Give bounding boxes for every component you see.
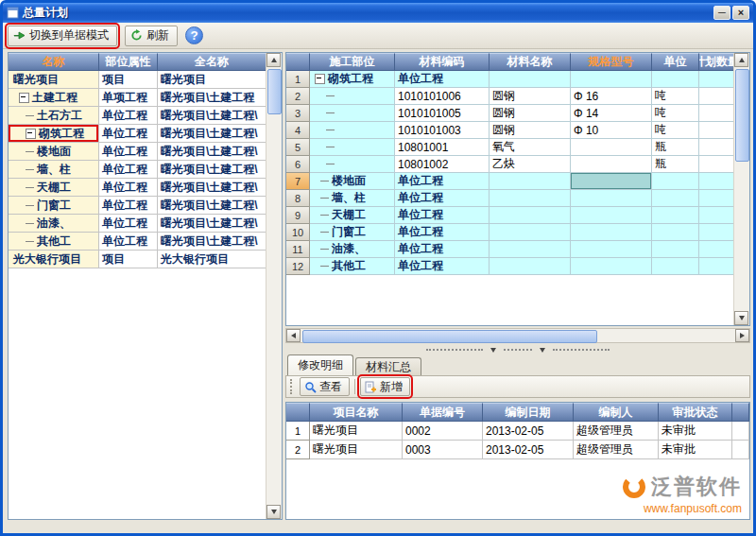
qty-cell[interactable] — [699, 173, 734, 190]
scroll-up-button[interactable] — [734, 53, 748, 67]
splitter-collapse-icon[interactable] — [540, 348, 545, 353]
part-cell[interactable]: 油漆、 — [310, 241, 395, 258]
row-number-cell[interactable]: 2 — [286, 88, 310, 105]
spec-cell[interactable] — [571, 224, 652, 241]
name-cell[interactable] — [490, 207, 571, 224]
detail-row[interactable]: 1 曙光项目 0002 2013-02-05 超级管理员 未审批 — [286, 422, 749, 441]
close-button[interactable]: × — [732, 6, 749, 20]
unit-cell[interactable] — [652, 190, 699, 207]
qty-cell[interactable] — [699, 122, 734, 139]
qty-cell[interactable] — [699, 207, 734, 224]
code-cell[interactable]: 单位工程 — [395, 258, 490, 275]
row-number-cell[interactable]: 6 — [286, 156, 310, 173]
row-number-cell[interactable]: 11 — [286, 241, 310, 258]
qty-cell[interactable] — [699, 190, 734, 207]
refresh-button[interactable]: 刷新 — [125, 26, 178, 46]
name-cell[interactable] — [490, 258, 571, 275]
part-cell[interactable]: 其他工 — [310, 258, 395, 275]
tree-row[interactable]: 土石方工 单位工程 曙光项目\土建工程\ — [9, 107, 266, 125]
toolbar-grip[interactable] — [290, 379, 292, 394]
name-cell[interactable] — [490, 224, 571, 241]
unit-cell[interactable]: 吨 — [652, 105, 699, 122]
code-cell[interactable]: 单位工程 — [395, 207, 490, 224]
tree-header-attr[interactable]: 部位属性 — [99, 53, 158, 71]
header-author[interactable]: 编制人 — [574, 403, 659, 422]
row-number-cell[interactable]: 12 — [286, 258, 310, 275]
code-cell[interactable]: 单位工程 — [395, 241, 490, 258]
part-cell[interactable] — [310, 139, 395, 156]
tree-row[interactable]: 其他工 单位工程 曙光项目\土建工程\ — [9, 233, 266, 251]
spec-cell[interactable]: Φ 14 — [571, 105, 652, 122]
row-number-cell[interactable]: 1 — [286, 71, 310, 88]
spec-cell[interactable] — [571, 139, 652, 156]
unit-cell[interactable] — [652, 241, 699, 258]
splitter-collapse-icon[interactable] — [490, 348, 496, 353]
header-date[interactable]: 编制日期 — [483, 403, 574, 422]
name-cell[interactable]: 圆钢 — [490, 105, 571, 122]
scroll-thumb[interactable] — [267, 69, 282, 114]
qty-cell[interactable] — [699, 224, 734, 241]
qty-cell[interactable] — [699, 88, 734, 105]
tree-header-full[interactable]: 全名称 — [158, 53, 266, 71]
tree-row[interactable]: 门窗工 单位工程 曙光项目\土建工程\ — [9, 197, 266, 215]
horizontal-splitter[interactable] — [285, 345, 750, 354]
tree-header-name[interactable]: 名称 — [9, 53, 99, 71]
row-number-cell[interactable]: 10 — [286, 224, 310, 241]
code-cell[interactable]: 单位工程 — [395, 190, 490, 207]
header-code[interactable]: 材料编码 — [395, 53, 490, 71]
spec-cell[interactable] — [571, 190, 652, 207]
name-cell[interactable] — [490, 241, 571, 258]
spec-cell[interactable] — [571, 207, 652, 224]
name-cell[interactable] — [490, 173, 571, 190]
unit-cell[interactable] — [652, 224, 699, 241]
unit-cell[interactable] — [652, 207, 699, 224]
header-qty[interactable]: 计划数量 — [699, 53, 734, 71]
part-cell[interactable]: 门窗工 — [310, 224, 395, 241]
code-cell[interactable]: 10801002 — [395, 156, 490, 173]
material-horizontal-scrollbar[interactable] — [285, 328, 750, 343]
code-cell[interactable]: 1010101006 — [395, 88, 490, 105]
tree-row-selected[interactable]: 砌筑工程 单位工程 曙光项目\土建工程\ — [9, 125, 266, 143]
code-cell[interactable]: 10801001 — [395, 139, 490, 156]
header-part[interactable]: 施工部位 — [310, 53, 395, 71]
part-cell[interactable] — [310, 156, 395, 173]
tree-collapse-icon[interactable] — [26, 129, 36, 139]
detail-row[interactable]: 2 曙光项目 0003 2013-02-05 超级管理员 未审批 — [286, 441, 749, 459]
collapse-minus-icon[interactable] — [315, 74, 325, 84]
name-cell[interactable]: 圆钢 — [490, 122, 571, 139]
spec-cell-selected[interactable] — [571, 173, 652, 190]
tree-row[interactable]: 土建工程 单项工程 曙光项目\土建工程 — [9, 89, 266, 107]
spec-cell[interactable] — [571, 156, 652, 173]
tree-collapse-icon[interactable] — [19, 93, 29, 103]
row-number-cell[interactable]: 5 — [286, 139, 310, 156]
scroll-thumb[interactable] — [735, 69, 749, 162]
scroll-down-button[interactable] — [734, 311, 748, 325]
unit-cell[interactable] — [652, 258, 699, 275]
row-number-cell[interactable]: 9 — [286, 207, 310, 224]
spec-cell[interactable] — [571, 241, 652, 258]
add-button[interactable]: 新增 — [360, 377, 410, 396]
help-button[interactable]: ? — [185, 26, 203, 44]
tab-modify-detail[interactable]: 修改明细 — [287, 354, 353, 375]
part-cell[interactable]: 墙、柱 — [310, 190, 395, 207]
header-project[interactable]: 项目名称 — [310, 403, 403, 422]
code-cell[interactable]: 单位工程 — [395, 224, 490, 241]
tree-row[interactable]: 楼地面 单位工程 曙光项目\土建工程\ — [9, 143, 266, 161]
scroll-up-button[interactable] — [266, 53, 281, 67]
unit-cell[interactable]: 瓶 — [652, 139, 699, 156]
code-cell[interactable]: 单位工程 — [395, 173, 490, 190]
tree-row[interactable]: 墙、柱 单位工程 曙光项目\土建工程\ — [9, 161, 266, 179]
header-unit[interactable]: 单位 — [652, 53, 699, 71]
qty-cell[interactable] — [699, 241, 734, 258]
header-spec[interactable]: 规格型号 — [571, 53, 652, 71]
name-cell[interactable] — [490, 190, 571, 207]
part-cell[interactable]: 天棚工 — [310, 207, 395, 224]
name-cell[interactable]: 氧气 — [490, 139, 571, 156]
unit-cell[interactable]: 吨 — [652, 88, 699, 105]
row-number-cell[interactable]: 7 — [286, 173, 310, 190]
minimize-button[interactable]: ─ — [713, 6, 730, 20]
tree-row[interactable]: 曙光项目 项目 曙光项目 — [9, 71, 266, 89]
unit-cell[interactable] — [652, 71, 699, 88]
code-cell[interactable]: 1010101003 — [395, 122, 490, 139]
scroll-down-button[interactable] — [266, 505, 281, 519]
